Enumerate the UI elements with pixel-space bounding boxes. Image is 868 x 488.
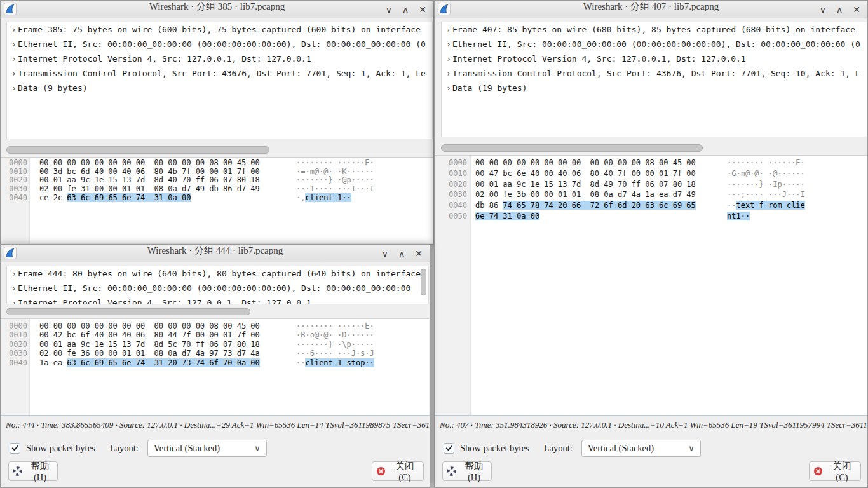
vertical-scrollbar[interactable] <box>421 269 426 295</box>
hex-ascii: ···6···· ···J·s·J <box>296 349 374 358</box>
expander-icon[interactable]: › <box>7 298 18 304</box>
tree-row-ip[interactable]: ›Internet Protocol Version 4, Src: 127.0… <box>442 54 867 69</box>
expander-icon[interactable]: › <box>442 39 452 49</box>
hex-row[interactable]: 000000 00 00 00 00 00 00 00 00 00 00 00 … <box>1 322 429 330</box>
wireshark-icon <box>438 3 451 15</box>
hex-row[interactable]: 003002 00 fe 31 00 00 01 01 08 0a d7 49 … <box>1 185 433 194</box>
expander-icon[interactable]: › <box>7 25 18 34</box>
horizontal-scrollbar[interactable] <box>6 308 250 315</box>
close-dialog-button[interactable]: 关闭(C) <box>809 461 861 481</box>
packet-summary: No.: 444 · Time: 383.865565409 · Source:… <box>1 415 430 435</box>
expander-icon[interactable]: › <box>7 269 18 278</box>
dialog-controls: Show packet bytes Layout: Vertical (Stac… <box>1 435 430 461</box>
hex-offset: 0020 <box>1 340 30 349</box>
hex-ascii: ·······} ·@p····· <box>296 176 374 185</box>
chevron-down-icon: ∨ <box>688 444 695 453</box>
hex-bytes: 00 01 aa 9c 1e 15 13 7d 8d 40 70 ff 06 0… <box>39 176 263 185</box>
tree-row-frame[interactable]: ›Frame 385: 75 bytes on wire (600 bits),… <box>7 25 432 39</box>
layout-label: Layout: <box>544 443 573 454</box>
title-bar[interactable]: Wireshark · 分组 385 · lib7.pcapng ∨ ∧ ✕ <box>1 1 433 18</box>
hex-bytes: 00 00 00 00 00 00 00 00 00 00 00 00 08 0… <box>39 322 263 330</box>
hex-ascii: ··text f rom clie <box>727 200 805 211</box>
close-button[interactable]: ✕ <box>419 4 426 15</box>
expander-icon[interactable]: › <box>442 54 452 64</box>
hex-bytes: 02 00 fe 3b 00 00 01 01 08 0a d7 4a 1a e… <box>475 189 699 200</box>
hex-row[interactable]: 002000 01 aa 9c 1e 15 13 7d 8d 49 70 ff … <box>435 179 867 190</box>
help-button[interactable]: 帮助(H) <box>442 461 492 481</box>
hex-row[interactable]: 0040ce 2c 63 6c 69 65 6e 74 31 0a 00·,cl… <box>1 194 433 203</box>
hex-ascii: ········ ······E· <box>296 322 374 330</box>
hex-ascii: ··client 1 stop·· <box>296 358 374 367</box>
expander-icon[interactable]: › <box>7 54 18 64</box>
tree-row-ip[interactable]: ›Internet Protocol Version 4, Src: 127.0… <box>7 54 432 69</box>
hex-offset: 0020 <box>1 176 30 185</box>
hex-row[interactable]: 003002 00 fe 36 00 00 01 01 08 0a d7 4a … <box>1 349 429 358</box>
tree-row-ethernet[interactable]: ›Ethernet II, Src: 00:00:00_00:00:00 (00… <box>442 39 867 54</box>
tree-row-frame[interactable]: ›Frame 407: 85 bytes on wire (680 bits),… <box>442 25 867 39</box>
hex-row[interactable]: 002000 01 aa 9c 1e 15 13 7d 8d 40 70 ff … <box>1 176 433 185</box>
expander-icon[interactable]: › <box>7 283 18 293</box>
expander-icon[interactable]: › <box>442 83 452 93</box>
tree-row-tcp[interactable]: ›Transmission Control Protocol, Src Port… <box>7 69 432 83</box>
hex-bytes: 02 00 fe 36 00 00 01 01 08 0a d7 4a 97 7… <box>39 349 263 358</box>
tree-row-frame[interactable]: ›Frame 444: 80 bytes on wire (640 bits),… <box>7 269 428 283</box>
help-button[interactable]: 帮助(H) <box>8 461 58 481</box>
hex-offset: 0030 <box>1 349 30 358</box>
maximize-button[interactable]: ∧ <box>398 248 405 259</box>
expander-icon[interactable]: › <box>442 69 452 78</box>
title-bar[interactable]: Wireshark · 分组 444 · lib7.pcapng ∨ ∧ ✕ <box>1 245 430 262</box>
expander-icon[interactable]: › <box>7 69 18 78</box>
window-title: Wireshark · 分组 385 · lib7.pcapng <box>45 1 389 13</box>
hex-row[interactable]: 003002 00 fe 3b 00 00 01 01 08 0a d7 4a … <box>435 189 867 200</box>
close-button[interactable]: ✕ <box>415 248 423 259</box>
hex-bytes: 1a ea 63 6c 69 65 6e 74 31 20 73 74 6f 7… <box>39 358 263 367</box>
expander-icon[interactable]: › <box>442 25 452 34</box>
minimize-button[interactable]: ∨ <box>386 4 392 15</box>
tree-row-data[interactable]: ›Data (9 bytes) <box>7 83 432 98</box>
tree-row-ethernet[interactable]: ›Ethernet II, Src: 00:00:00_00:00:00 (00… <box>7 39 432 54</box>
horizontal-scrollbar[interactable] <box>6 146 269 154</box>
horizontal-scrollbar[interactable] <box>441 144 703 152</box>
maximize-button[interactable]: ∧ <box>402 4 409 15</box>
wireshark-packet-dialog-444: Wireshark · 分组 444 · lib7.pcapng ∨ ∧ ✕ ›… <box>0 244 430 488</box>
minimize-button[interactable]: ∨ <box>382 248 388 259</box>
hex-ascii: ·······} ·Ip····· <box>727 179 805 190</box>
show-packet-bytes-checkbox[interactable] <box>444 443 454 454</box>
hex-bytes: 00 3d bc 6d 40 00 40 06 80 4b 7f 00 00 0… <box>39 168 263 177</box>
window-title: Wireshark · 分组 444 · lib7.pcapng <box>45 245 385 257</box>
hex-row[interactable]: 001000 42 bc 6f 40 00 40 06 80 44 7f 00 … <box>1 330 429 339</box>
hex-row[interactable]: 00401a ea 63 6c 69 65 6e 74 31 20 73 74 … <box>1 358 429 367</box>
hex-ascii: ·······} ·\p····· <box>296 340 374 349</box>
hex-bytes: 00 00 00 00 00 00 00 00 00 00 00 00 08 0… <box>475 158 699 168</box>
hex-row[interactable]: 001000 47 bc 6e 40 00 40 06 80 40 7f 00 … <box>435 168 867 179</box>
expander-icon[interactable]: › <box>7 39 18 49</box>
tree-row-tcp[interactable]: ›Transmission Control Protocol, Src Port… <box>442 69 867 83</box>
close-button[interactable]: ✕ <box>853 4 860 15</box>
hex-dump-pane: 000000 00 00 00 00 00 00 00 00 00 00 00 … <box>435 155 867 415</box>
hex-row[interactable]: 001000 3d bc 6d 40 00 40 06 80 4b 7f 00 … <box>1 168 433 177</box>
hex-row[interactable]: 0040db 86 74 65 78 74 20 66 72 6f 6d 20 … <box>435 200 867 211</box>
wireshark-packet-dialog-385: Wireshark · 分组 385 · lib7.pcapng ∨ ∧ ✕ ›… <box>0 0 434 245</box>
show-packet-bytes-checkbox[interactable] <box>10 443 20 454</box>
tree-row-data[interactable]: ›Data (19 bytes) <box>442 83 867 98</box>
title-bar[interactable]: Wireshark · 分组 407 · lib7.pcapng ∨ ∧ ✕ <box>435 1 867 18</box>
hex-bytes: db 86 74 65 78 74 20 66 72 6f 6d 20 63 6… <box>475 200 699 211</box>
minimize-button[interactable]: ∨ <box>820 4 826 15</box>
layout-select[interactable]: Vertical (Stacked) ∨ <box>581 440 701 457</box>
maximize-button[interactable]: ∧ <box>836 4 843 15</box>
hex-row[interactable]: 000000 00 00 00 00 00 00 00 00 00 00 00 … <box>435 158 867 168</box>
hex-offset: 0000 <box>435 158 470 168</box>
hex-offset: 0010 <box>435 168 470 179</box>
hex-row[interactable]: 002000 01 aa 9c 1e 15 13 7d 8d 5c 70 ff … <box>1 340 429 349</box>
hex-ascii: ···;···· ···J···I <box>727 189 805 200</box>
hex-row[interactable]: 00506e 74 31 0a 00nt1·· <box>435 211 867 222</box>
expander-icon[interactable]: › <box>7 83 18 93</box>
tree-row-ip[interactable]: ›Internet Protocol Version 4, Src: 127.0… <box>7 298 428 304</box>
close-dialog-button[interactable]: 关闭(C) <box>372 461 424 481</box>
layout-select[interactable]: Vertical (Stacked) ∨ <box>147 440 267 457</box>
tree-row-ethernet[interactable]: ›Ethernet II, Src: 00:00:00_00:00:00 (00… <box>7 283 428 298</box>
show-packet-bytes-label: Show packet bytes <box>460 443 529 454</box>
layout-select-value: Vertical (Stacked) <box>154 443 254 454</box>
hex-row[interactable]: 000000 00 00 00 00 00 00 00 00 00 00 00 … <box>1 159 433 168</box>
packet-detail-tree: ›Frame 385: 75 bytes on wire (600 bits),… <box>6 22 433 139</box>
